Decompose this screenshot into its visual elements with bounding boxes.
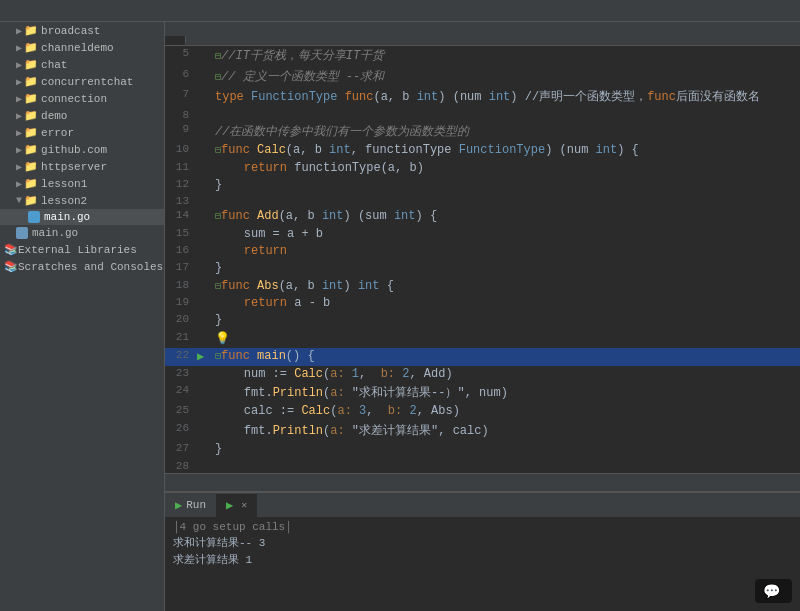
line-content-12: } [211, 177, 800, 194]
code-line-15: 15 sum = a + b [165, 226, 800, 243]
line-arrow-17 [197, 260, 211, 277]
line-number-19: 19 [165, 295, 197, 312]
line-number-7: 7 [165, 87, 197, 108]
line-content-10: ⊟func Calc(a, b int, functionType Functi… [211, 142, 800, 159]
line-arrow-20 [197, 312, 211, 329]
sidebar-label-channeldemo: channeldemo [41, 42, 114, 54]
code-line-13: 13 [165, 194, 800, 208]
sidebar-label-chat: chat [41, 59, 67, 71]
sidebar-label-broadcast: broadcast [41, 25, 100, 37]
sidebar-item-lesson2[interactable]: ▼📁lesson2 [0, 192, 164, 209]
folder-arrow-github.com: ▶ [16, 144, 22, 156]
line-content-21: 💡 [211, 330, 800, 348]
line-content-24: fmt.Println(a: "求和计算结果--）", num) [211, 383, 800, 404]
sidebar-label-connection: connection [41, 93, 107, 105]
run-line-2: 求差计算结果 1 [173, 552, 792, 567]
line-number-23: 23 [165, 366, 197, 383]
run-icon: ▶ [175, 498, 182, 513]
bottom-panel: ▶ Run ▶ ✕ │4 go setup calls│求和计算结果-- 3求差… [165, 491, 800, 611]
folder-arrow-concurrentchat: ▶ [16, 76, 22, 88]
close-tab-button[interactable]: ✕ [241, 499, 247, 511]
line-content-28 [211, 459, 800, 473]
line-number-12: 12 [165, 177, 197, 194]
app-container: ▶📁broadcast▶📁channeldemo▶📁chat▶📁concurre… [0, 0, 800, 611]
sidebar-item-lesson1[interactable]: ▶📁lesson1 [0, 175, 164, 192]
line-number-18: 18 [165, 278, 197, 295]
line-arrow-7 [197, 87, 211, 108]
editor-tab-main[interactable] [165, 36, 186, 45]
line-number-11: 11 [165, 160, 197, 177]
code-lines-container: 5⊟//IT干货栈，每天分享IT干货6⊟// 定义一个函数类型 --求和7typ… [165, 46, 800, 473]
sidebar-item-github.com[interactable]: ▶📁github.com [0, 141, 164, 158]
sidebar-label-demo: demo [41, 110, 67, 122]
line-content-6: ⊟// 定义一个函数类型 --求和 [211, 67, 800, 88]
sidebar-item-httpserver[interactable]: ▶📁httpserver [0, 158, 164, 175]
line-number-27: 27 [165, 441, 197, 458]
code-editor[interactable]: 5⊟//IT干货栈，每天分享IT干货6⊟// 定义一个函数类型 --求和7typ… [165, 46, 800, 473]
line-number-17: 17 [165, 260, 197, 277]
run-line-1: 求和计算结果-- 3 [173, 535, 792, 550]
code-line-18: 18⊟func Abs(a, b int) int { [165, 278, 800, 295]
sidebar-label-lesson2: lesson2 [41, 195, 87, 207]
line-content-11: return functionType(a, b) [211, 160, 800, 177]
line-content-26: fmt.Println(a: "求差计算结果", calc) [211, 421, 800, 442]
line-arrow-28 [197, 459, 211, 473]
section-icon-scratches: 📚 [4, 260, 18, 273]
code-line-25: 25 calc := Calc(a: 3, b: 2, Abs) [165, 403, 800, 420]
sidebar-item-scratches[interactable]: 📚 Scratches and Consoles [0, 258, 164, 275]
code-line-7: 7type FunctionType func(a, b int) (num i… [165, 87, 800, 108]
line-content-8 [211, 108, 800, 122]
line-arrow-9 [197, 122, 211, 143]
folder-icon-channeldemo: 📁 [24, 41, 38, 54]
folder-arrow-lesson2: ▼ [16, 195, 22, 206]
code-line-12: 12} [165, 177, 800, 194]
folder-arrow-error: ▶ [16, 127, 22, 139]
folder-icon-concurrentchat: 📁 [24, 75, 38, 88]
sidebar-item-broadcast[interactable]: ▶📁broadcast [0, 22, 164, 39]
line-arrow-13 [197, 194, 211, 208]
line-content-20: } [211, 312, 800, 329]
comment-text: // 定义一个函数类型 --求和 [221, 70, 384, 84]
code-line-21: 21💡 [165, 330, 800, 348]
sidebar-item-chat[interactable]: ▶📁chat [0, 56, 164, 73]
folder-icon-lesson1: 📁 [24, 177, 38, 190]
sidebar-item-error[interactable]: ▶📁error [0, 124, 164, 141]
line-arrow-8 [197, 108, 211, 122]
folder-icon-chat: 📁 [24, 58, 38, 71]
line-arrow-26 [197, 421, 211, 442]
line-content-22: ⊟func main() { [211, 348, 800, 365]
sidebar-item-channeldemo[interactable]: ▶📁channeldemo [0, 39, 164, 56]
build-tab[interactable]: ▶ ✕ [216, 494, 257, 517]
line-arrow-18 [197, 278, 211, 295]
sidebar: ▶📁broadcast▶📁channeldemo▶📁chat▶📁concurre… [0, 22, 165, 611]
comment-text: //在函数中传参中我们有一个参数为函数类型的 [215, 125, 469, 139]
editor-area: 5⊟//IT干货栈，每天分享IT干货6⊟// 定义一个函数类型 --求和7typ… [165, 22, 800, 611]
line-content-18: ⊟func Abs(a, b int) int { [211, 278, 800, 295]
line-number-25: 25 [165, 403, 197, 420]
file-icon-main.go-1 [28, 211, 40, 223]
sidebar-item-connection[interactable]: ▶📁connection [0, 90, 164, 107]
folder-arrow-channeldemo: ▶ [16, 42, 22, 54]
line-number-10: 10 [165, 142, 197, 159]
line-content-16: return [211, 243, 800, 260]
sidebar-item-ext-libs[interactable]: 📚 External Libraries [0, 241, 164, 258]
line-content-19: return a - b [211, 295, 800, 312]
sidebar-item-concurrentchat[interactable]: ▶📁concurrentchat [0, 73, 164, 90]
sidebar-item-main.go-1[interactable]: main.go [0, 209, 164, 225]
line-number-8: 8 [165, 108, 197, 122]
run-tab-label: Run [186, 499, 206, 511]
line-number-22: 22 [165, 348, 197, 365]
line-number-26: 26 [165, 421, 197, 442]
sidebar-label-concurrentchat: concurrentchat [41, 76, 133, 88]
sidebar-item-demo[interactable]: ▶📁demo [0, 107, 164, 124]
sidebar-item-main.go-2[interactable]: main.go [0, 225, 164, 241]
line-content-27: } [211, 441, 800, 458]
content-area: ▶📁broadcast▶📁channeldemo▶📁chat▶📁concurre… [0, 22, 800, 611]
folder-icon-httpserver: 📁 [24, 160, 38, 173]
line-arrow-19 [197, 295, 211, 312]
watermark: 💬 [755, 579, 792, 603]
bulb-icon: 💡 [215, 332, 230, 346]
code-line-11: 11 return functionType(a, b) [165, 160, 800, 177]
sidebar-label-main.go-1: main.go [44, 211, 90, 223]
line-number-14: 14 [165, 208, 197, 225]
